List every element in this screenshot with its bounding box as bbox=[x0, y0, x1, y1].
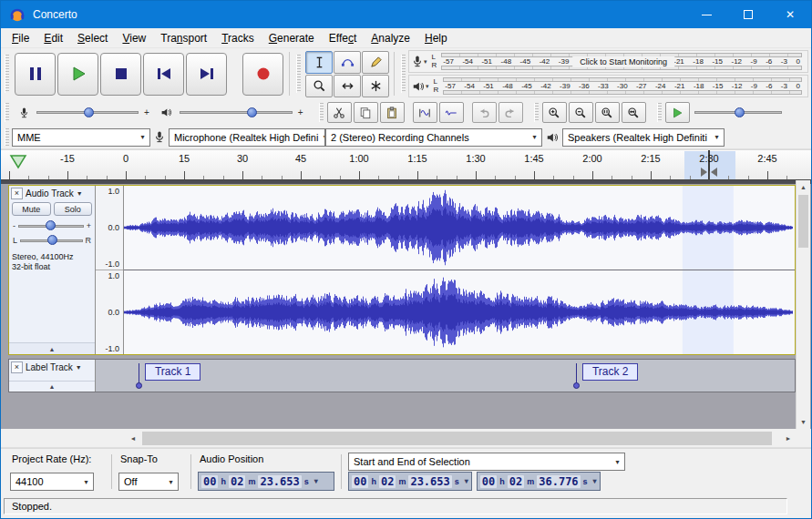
chevron-down-icon[interactable]: ▾ bbox=[164, 478, 178, 486]
undo-button[interactable] bbox=[472, 102, 497, 123]
skip-to-end-button[interactable] bbox=[186, 53, 227, 96]
label-text[interactable]: Track 1 bbox=[145, 363, 201, 381]
playback-meter[interactable]: ▾ L R -57-54-51-48-45-42-39-36-33-30-27-… bbox=[408, 75, 808, 97]
skip-to-start-button[interactable] bbox=[143, 53, 184, 96]
time-minutes[interactable]: 02 bbox=[508, 475, 524, 488]
menu-transport[interactable]: Transport bbox=[153, 29, 214, 47]
waveform-canvas-right[interactable] bbox=[124, 270, 793, 354]
label-knob[interactable] bbox=[136, 382, 142, 389]
slider-thumb[interactable] bbox=[46, 220, 56, 230]
toolbar-grip[interactable] bbox=[5, 103, 9, 123]
zoom-fit-button[interactable] bbox=[622, 102, 646, 123]
host-combo[interactable]: MME ▾ bbox=[12, 128, 150, 147]
slider-thumb[interactable] bbox=[84, 107, 94, 117]
time-hours[interactable]: 00 bbox=[480, 475, 497, 488]
chevron-down-icon[interactable]: ▾ bbox=[710, 133, 724, 141]
play-at-speed-button[interactable] bbox=[665, 102, 690, 123]
scroll-left-button[interactable]: ◄ bbox=[126, 431, 140, 446]
scroll-down-button[interactable]: ▼ bbox=[797, 415, 810, 429]
label-text[interactable]: Track 2 bbox=[582, 363, 639, 381]
recording-volume-slider[interactable] bbox=[36, 106, 139, 119]
toolbar-grip[interactable] bbox=[534, 103, 539, 123]
selection-mode-combo[interactable]: Start and End of Selection ▾ bbox=[348, 453, 625, 471]
chevron-down-icon[interactable]: ▾ bbox=[136, 133, 149, 141]
collapse-track-button[interactable]: ▲ bbox=[9, 381, 95, 392]
waveform-area[interactable] bbox=[124, 186, 795, 354]
zoom-out-button[interactable] bbox=[569, 102, 593, 123]
zoom-tool-button[interactable] bbox=[305, 75, 333, 97]
time-hours[interactable]: 00 bbox=[352, 475, 368, 488]
waveform-canvas-left[interactable] bbox=[124, 186, 793, 270]
quickplay-triangle-icon[interactable] bbox=[9, 155, 27, 169]
recording-channels-combo[interactable]: 2 (Stereo) Recording Channels ▾ bbox=[325, 128, 542, 147]
chevron-down-icon[interactable]: ▾ bbox=[318, 133, 325, 141]
playhead-left-handle[interactable] bbox=[701, 168, 707, 177]
time-minutes[interactable]: 02 bbox=[379, 475, 396, 488]
playback-volume-slider[interactable] bbox=[180, 106, 293, 119]
menu-analyze[interactable]: Analyze bbox=[364, 29, 417, 47]
monitoring-overlay[interactable]: Click to Start Monitoring bbox=[572, 56, 674, 67]
silence-button[interactable] bbox=[439, 102, 464, 123]
chevron-down-icon[interactable]: ▾ bbox=[79, 478, 93, 486]
scrollbar-track[interactable] bbox=[140, 431, 781, 446]
paste-button[interactable] bbox=[380, 102, 405, 123]
cut-button[interactable] bbox=[327, 102, 352, 123]
mute-button[interactable]: Mute bbox=[12, 202, 51, 216]
toolbar-grip[interactable] bbox=[296, 55, 301, 93]
chevron-down-icon[interactable]: ▾ bbox=[611, 458, 624, 466]
slider-thumb[interactable] bbox=[247, 107, 257, 117]
close-button[interactable]: ✕ bbox=[769, 1, 811, 28]
collapse-track-button[interactable]: ▲ bbox=[9, 342, 95, 354]
zoom-in-button[interactable] bbox=[542, 102, 567, 123]
selection-start-field[interactable]: 00h02m23.653s▾ bbox=[348, 472, 472, 491]
audio-position-field[interactable]: 00h02m23.653s▾ bbox=[198, 472, 334, 491]
time-seconds[interactable]: 36.776 bbox=[537, 475, 580, 488]
multi-tool-button[interactable] bbox=[362, 75, 389, 97]
time-seconds[interactable]: 23.653 bbox=[408, 475, 451, 488]
track-title-menu[interactable]: Label Track ▼ bbox=[26, 362, 82, 372]
menu-help[interactable]: Help bbox=[417, 29, 455, 47]
chevron-down-icon[interactable]: ▾ bbox=[528, 133, 541, 141]
horizontal-scrollbar[interactable]: ◄ ► bbox=[126, 431, 796, 446]
play-button[interactable] bbox=[57, 53, 98, 96]
trim-button[interactable] bbox=[413, 102, 437, 123]
time-hours[interactable]: 00 bbox=[201, 475, 218, 488]
menu-view[interactable]: View bbox=[115, 29, 153, 47]
slider-thumb[interactable] bbox=[735, 107, 745, 117]
label-track-area[interactable]: Track 1Track 2 bbox=[96, 360, 795, 392]
menu-effect[interactable]: Effect bbox=[322, 29, 364, 47]
copy-button[interactable] bbox=[354, 102, 378, 123]
play-speed-slider[interactable] bbox=[694, 106, 782, 119]
menu-generate[interactable]: Generate bbox=[262, 29, 322, 47]
zoom-selection-button[interactable] bbox=[595, 102, 620, 123]
scroll-up-button[interactable]: ▲ bbox=[797, 180, 810, 194]
time-seconds[interactable]: 23.653 bbox=[258, 475, 301, 488]
chevron-down-icon[interactable]: ▾ bbox=[462, 477, 468, 485]
track-title-menu[interactable]: Audio Track ▼ bbox=[26, 188, 83, 198]
menu-edit[interactable]: Edit bbox=[36, 29, 70, 47]
close-track-button[interactable]: × bbox=[11, 361, 23, 373]
snap-to-combo[interactable]: Off ▾ bbox=[118, 473, 179, 491]
redo-button[interactable] bbox=[499, 102, 523, 123]
menu-select[interactable]: Select bbox=[70, 29, 115, 47]
scrollbar-thumb[interactable] bbox=[142, 432, 772, 445]
toolbar-grip[interactable] bbox=[5, 55, 9, 93]
stop-button[interactable] bbox=[100, 53, 141, 96]
chevron-down-icon[interactable]: ▾ bbox=[312, 477, 318, 485]
timeline-ruler[interactable]: -1501530451:001:151:301:452:002:152:302:… bbox=[1, 149, 811, 180]
menu-tracks[interactable]: Tracks bbox=[214, 29, 262, 47]
time-minutes[interactable]: 02 bbox=[229, 475, 245, 488]
chevron-down-icon[interactable]: ▾ bbox=[591, 477, 597, 485]
slider-thumb[interactable] bbox=[47, 235, 57, 245]
playhead-right-handle[interactable] bbox=[711, 168, 717, 177]
recording-meter-body[interactable]: -57-54-51-48-45-42-39-36-33-30-27-24-21-… bbox=[439, 51, 807, 72]
recording-meter[interactable]: ▾ L R -57-54-51-48-45-42-39-36-33-30-27-… bbox=[408, 50, 808, 73]
label-knob[interactable] bbox=[573, 382, 580, 389]
menu-file[interactable]: File bbox=[5, 29, 36, 47]
solo-button[interactable]: Solo bbox=[54, 202, 93, 216]
playback-device-combo[interactable]: Speakers (Realtek High Definiti ▾ bbox=[562, 128, 725, 147]
scroll-right-button[interactable]: ► bbox=[781, 431, 796, 446]
project-rate-combo[interactable]: 44100 ▾ bbox=[10, 473, 94, 491]
close-track-button[interactable]: × bbox=[11, 188, 23, 199]
playback-meter-body[interactable]: -57-54-51-48-45-42-39-36-33-30-27-24-21-… bbox=[441, 76, 807, 97]
